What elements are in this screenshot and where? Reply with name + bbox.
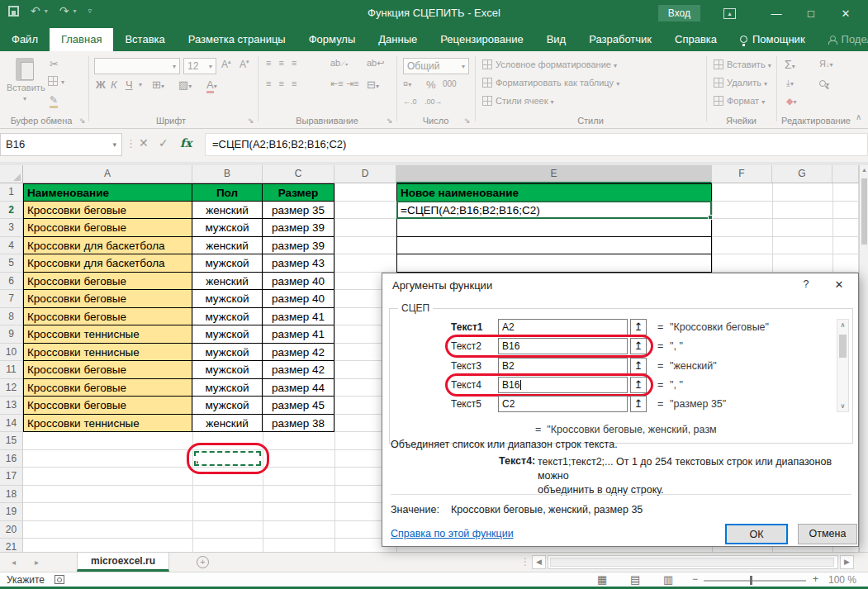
autosum-icon[interactable]: Σ▾ <box>785 58 795 71</box>
comma-style-icon[interactable]: 000 <box>443 79 457 88</box>
scroll-right-icon[interactable]: ▶ <box>840 555 854 569</box>
dialog-help-icon[interactable]: ? <box>799 278 813 290</box>
function-help-link[interactable]: Справка по этой функции <box>391 528 514 539</box>
bold-button[interactable]: Ж <box>96 78 106 91</box>
cell-A6[interactable]: Кроссовки беговые <box>23 273 192 291</box>
cell-A12[interactable]: Кроссовки беговые <box>23 379 192 397</box>
cell-B16[interactable]: , <box>192 450 263 468</box>
cell-A4[interactable]: Кроссовки для баскетбола <box>23 237 192 255</box>
row-header-19[interactable]: 19 <box>0 503 23 521</box>
scroll-up-icon[interactable]: ▲ <box>861 167 868 173</box>
maximize-button[interactable]: □ <box>797 7 825 20</box>
paste-button[interactable]: Вставить ▾ <box>7 58 43 102</box>
column-header-A[interactable]: A <box>23 165 192 183</box>
dialog-scroll-down-icon[interactable]: ∨ <box>837 402 848 410</box>
formula-input[interactable]: =СЦЕП(A2;B16;B2;B16;C2) <box>205 133 868 156</box>
cell-C6[interactable]: размер 40 <box>263 273 334 291</box>
row-header-13[interactable]: 13 <box>0 397 23 415</box>
argument-input-Текст2[interactable]: B16 <box>498 338 628 354</box>
vertical-scrollbar[interactable]: ▲ <box>859 165 868 552</box>
cell-A8[interactable]: Кроссовки беговые <box>23 308 192 326</box>
zoom-out-icon[interactable]: − <box>692 573 698 585</box>
cell-E2-formula[interactable]: =СЦЕП(A2;B16;B2;B16;C2) <box>396 202 712 220</box>
cell-B11[interactable]: мужской <box>192 361 263 379</box>
zoom-slider[interactable] <box>704 580 806 582</box>
cell-A11[interactable]: Кроссовки беговые <box>23 361 192 379</box>
add-sheet-icon[interactable]: + <box>197 556 209 568</box>
range-select-button[interactable]: ↥ <box>630 319 647 335</box>
currency-format-icon[interactable]: ¤▾ <box>403 78 411 88</box>
range-select-button[interactable]: ↥ <box>630 377 647 393</box>
cell-C7[interactable]: размер 40 <box>263 290 334 308</box>
macro-record-icon[interactable] <box>55 575 64 584</box>
row-header-6[interactable]: 6 <box>0 273 23 291</box>
tab-главная[interactable]: Главная <box>50 28 113 51</box>
tab-справка[interactable]: Справка <box>663 28 728 51</box>
login-button[interactable]: Вход <box>658 5 700 21</box>
clipboard-dialog-launcher-icon[interactable]: ⇘ <box>79 116 86 125</box>
vertical-align-icons[interactable]: ≡ ≡ ≡ <box>266 58 299 68</box>
row-header-2[interactable]: 2 <box>0 202 23 220</box>
normal-view-icon[interactable]: ▦ <box>597 573 607 586</box>
cell-A2[interactable]: Кроссовки беговые <box>23 202 192 220</box>
cell-C13[interactable]: размер 45 <box>263 397 334 415</box>
clear-icon[interactable]: ◆▾ <box>786 96 796 107</box>
cell-B5[interactable]: мужской <box>192 254 263 273</box>
cell-A5[interactable]: Кроссовки для баскетбола <box>23 254 192 273</box>
cell-B12[interactable]: мужской <box>192 379 263 397</box>
row-header-8[interactable]: 8 <box>0 308 23 326</box>
page-layout-view-icon[interactable]: ▤ <box>630 573 640 586</box>
dialog-scrollbar[interactable]: ∧ ∨ <box>837 319 849 412</box>
cell-B7[interactable]: мужской <box>192 290 263 308</box>
cell-A14[interactable]: Кроссовки теннисные <box>23 415 192 433</box>
name-box[interactable]: B16▾ <box>0 133 122 156</box>
row-header-20[interactable]: 20 <box>0 521 23 539</box>
shrink-font-icon[interactable]: А▾ <box>240 59 249 70</box>
sheet-tab-active[interactable]: microexcel.ru <box>77 553 169 572</box>
fill-color-icon[interactable]: ▨▾ <box>178 78 192 91</box>
column-header-G[interactable]: G <box>772 165 832 183</box>
minimize-button[interactable]: — <box>762 7 790 20</box>
paste-dropdown-icon[interactable]: ▾ <box>23 95 26 102</box>
cell-styles-button[interactable]: Стили ячеек ▾ <box>482 96 554 106</box>
column-header-F[interactable]: F <box>712 165 772 183</box>
row-header-21[interactable]: 21 <box>0 539 23 552</box>
cell-B2[interactable]: женский <box>192 202 263 220</box>
insert-cells-button[interactable]: Вставить ▾ <box>714 59 771 69</box>
cell-A7[interactable]: Кроссовки беговые <box>23 290 192 308</box>
cell-A1[interactable]: Наименование <box>23 183 192 202</box>
row-header-1[interactable]: 1 <box>0 183 23 202</box>
row-header-9[interactable]: 9 <box>0 325 23 344</box>
argument-input-Текст1[interactable]: A2 <box>498 319 628 335</box>
row-header-15[interactable]: 15 <box>0 432 23 450</box>
tab-разметка страницы[interactable]: Разметка страницы <box>177 28 297 51</box>
select-all-corner[interactable] <box>0 165 23 183</box>
row-header-18[interactable]: 18 <box>0 486 23 504</box>
row-header-5[interactable]: 5 <box>0 254 23 273</box>
dialog-scroll-up-icon[interactable]: ∧ <box>837 321 848 329</box>
wrap-text-icon[interactable]: ab↩ <box>367 58 384 69</box>
cell-B13[interactable]: мужской <box>192 397 263 415</box>
cell-C12[interactable]: размер 44 <box>263 379 334 397</box>
cell-C1[interactable]: Размер <box>263 183 334 202</box>
cell-B4[interactable]: женский <box>192 237 263 255</box>
scroll-left-icon[interactable]: ◀ <box>532 555 546 569</box>
italic-button[interactable]: К <box>111 78 117 91</box>
cell-B10[interactable]: мужской <box>192 344 263 362</box>
underline-button[interactable]: Ч <box>126 78 133 91</box>
percent-style-icon[interactable]: % <box>426 78 436 91</box>
cancel-button[interactable]: Отмена <box>798 524 857 544</box>
tab-вид[interactable]: Вид <box>535 28 578 51</box>
horizontal-scroll-thumb[interactable] <box>550 558 834 567</box>
font-size-combo[interactable]: 12▾ <box>183 58 216 74</box>
row-header-16[interactable]: 16 <box>0 450 23 468</box>
cell-B6[interactable]: женский <box>192 273 263 291</box>
row-header-10[interactable]: 10 <box>0 344 23 362</box>
sort-filter-icon[interactable]: Я↓▾ <box>819 59 832 69</box>
argument-input-Текст4[interactable]: B16 <box>498 377 628 393</box>
tab-формулы[interactable]: Формулы <box>297 28 368 51</box>
cell-C9[interactable]: размер 41 <box>263 325 334 344</box>
row-header-14[interactable]: 14 <box>0 415 23 433</box>
cell-B14[interactable]: женский <box>192 415 263 433</box>
prev-sheet-icon[interactable]: ◂ <box>12 558 16 567</box>
